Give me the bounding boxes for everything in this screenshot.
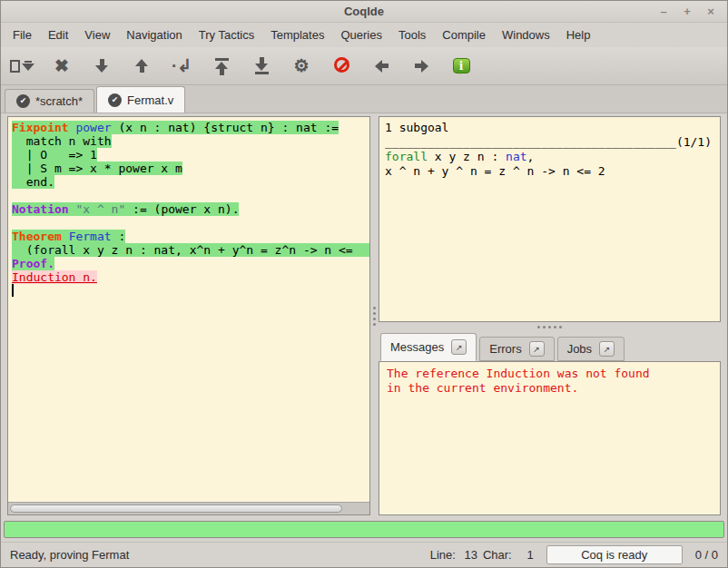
tab-label: *scratch*: [35, 94, 83, 108]
tab-jobs[interactable]: Jobs↗: [557, 337, 625, 361]
goal-line: forall x y z n : nat,: [385, 150, 714, 164]
splitter-dots: [373, 307, 376, 326]
preferences-icon: ⚙: [293, 57, 309, 74]
menu-try-tactics[interactable]: Try Tactics: [191, 24, 262, 45]
coqide-window: CoqIde – + × FileEditViewNavigationTry T…: [0, 0, 728, 568]
coq-status-indicator: Coq is ready: [546, 545, 683, 564]
message-tab-bar: Messages↗Errors↗Jobs↗: [379, 331, 721, 361]
menu-navigation[interactable]: Navigation: [118, 24, 190, 45]
char-value: 1: [517, 548, 534, 562]
vertical-splitter[interactable]: [370, 116, 379, 515]
goal-line: 1 subgoal: [385, 121, 714, 135]
code-line: Notation "x ^ n" := (power x n).: [8, 202, 369, 216]
scrollbar-thumb[interactable]: [10, 504, 342, 513]
window-controls: – + ×: [654, 4, 727, 20]
code-line: | O => 1: [8, 148, 369, 162]
check-document-button[interactable]: [8, 53, 35, 80]
step-forward-button[interactable]: [88, 53, 115, 80]
forward-icon: [415, 60, 428, 73]
check-document-icon: [10, 60, 34, 73]
menu-tools[interactable]: Tools: [390, 24, 434, 45]
line-value: 13: [461, 548, 477, 562]
back-button[interactable]: [368, 53, 395, 80]
step-backward-icon: [135, 59, 148, 73]
progress-bar: [4, 521, 724, 538]
progress-area: [1, 519, 727, 542]
menu-queries[interactable]: Queries: [332, 24, 390, 45]
interrupt-icon: [334, 57, 349, 75]
tab-label: Jobs: [567, 342, 592, 356]
go-to-end-button[interactable]: [248, 53, 275, 80]
about-icon: i: [453, 58, 470, 73]
popout-icon[interactable]: ↗: [529, 341, 545, 357]
close-buffer-button[interactable]: ✖: [48, 53, 75, 80]
line-label: Line:: [430, 548, 456, 562]
code-line: | S m => x * power x m: [8, 162, 369, 175]
go-to-cursor-button[interactable]: ·↲: [168, 53, 195, 80]
about-button[interactable]: i: [448, 53, 475, 80]
goals-pane[interactable]: 1 subgoal_______________________________…: [379, 116, 721, 322]
code-line: Induction n.: [8, 270, 369, 284]
status-right: Line: 13 Char: 1 Coq is ready 0 / 0: [430, 545, 718, 564]
tab-errors[interactable]: Errors↗: [479, 337, 554, 361]
code-line: end.: [8, 175, 369, 189]
code-line: Proof.: [8, 257, 369, 270]
close-button[interactable]: ×: [702, 4, 720, 20]
code-line: [8, 189, 369, 202]
interrupt-button[interactable]: [328, 53, 355, 80]
maximize-button[interactable]: +: [678, 4, 696, 20]
menu-view[interactable]: View: [76, 24, 118, 45]
popout-icon[interactable]: ↗: [451, 339, 467, 355]
forward-button[interactable]: [408, 53, 435, 80]
tab-messages[interactable]: Messages↗: [380, 333, 477, 361]
code-line: [8, 284, 369, 298]
horizontal-scrollbar[interactable]: [8, 503, 369, 514]
code-line: (forall x y z n : nat, x^n + y^n = z^n -…: [8, 243, 369, 257]
back-icon: [375, 60, 389, 73]
checkmark-icon: ✔: [108, 93, 122, 107]
menu-templates[interactable]: Templates: [262, 24, 332, 45]
error-message-line: The reference Induction was not found: [387, 367, 713, 381]
error-message-line: in the current environment.: [387, 381, 713, 396]
jobs-counter: 0 / 0: [695, 548, 718, 562]
go-to-start-button[interactable]: [208, 53, 235, 80]
menu-windows[interactable]: Windows: [494, 24, 558, 45]
script-editor[interactable]: Fixpoint power (x n : nat) {struct n} : …: [8, 117, 369, 503]
toolbar: ✖·↲⚙i: [1, 47, 727, 85]
right-column: 1 subgoal_______________________________…: [379, 116, 721, 515]
horizontal-splitter[interactable]: [379, 322, 721, 331]
menu-bar: FileEditViewNavigationTry TacticsTemplat…: [1, 23, 727, 47]
tab--scratch-[interactable]: ✔*scratch*: [5, 89, 94, 113]
code-line: match n with: [8, 134, 369, 148]
minimize-button[interactable]: –: [654, 4, 673, 20]
popout-icon[interactable]: ↗: [599, 341, 615, 357]
main-area: Fixpoint power (x n : nat) {struct n} : …: [1, 113, 727, 519]
tab-fermat-v[interactable]: ✔Fermat.v: [96, 86, 185, 113]
checkmark-icon: ✔: [16, 94, 30, 108]
tab-label: Messages: [390, 340, 444, 354]
tab-label: Fermat.v: [127, 93, 173, 107]
goal-line: ________________________________________…: [385, 135, 714, 150]
go-to-start-icon: [215, 57, 229, 75]
status-bar: Ready, proving Fermat Line: 13 Char: 1 C…: [1, 542, 727, 567]
code-line: [8, 216, 369, 230]
goal-line: x ^ n + y ^ n = z ^ n -> n <= 2: [385, 164, 714, 179]
go-to-end-icon: [255, 57, 269, 75]
preferences-button[interactable]: ⚙: [288, 53, 315, 80]
go-to-cursor-icon: ·↲: [172, 57, 192, 74]
splitter-dots: [537, 326, 562, 328]
status-message: Ready, proving Fermat: [10, 548, 129, 562]
title-bar: CoqIde – + ×: [1, 1, 727, 23]
text-cursor: [12, 284, 14, 297]
menu-edit[interactable]: Edit: [40, 24, 76, 45]
script-pane: Fixpoint power (x n : nat) {struct n} : …: [7, 116, 370, 515]
window-title: CoqIde: [1, 5, 727, 18]
messages-pane[interactable]: The reference Induction was not foundin …: [379, 361, 721, 515]
menu-file[interactable]: File: [5, 24, 40, 45]
menu-compile[interactable]: Compile: [434, 24, 494, 45]
tab-label: Errors: [489, 342, 521, 356]
char-label: Char:: [483, 548, 512, 562]
close-buffer-icon: ✖: [54, 57, 69, 74]
step-backward-button[interactable]: [128, 53, 155, 80]
menu-help[interactable]: Help: [558, 24, 599, 45]
